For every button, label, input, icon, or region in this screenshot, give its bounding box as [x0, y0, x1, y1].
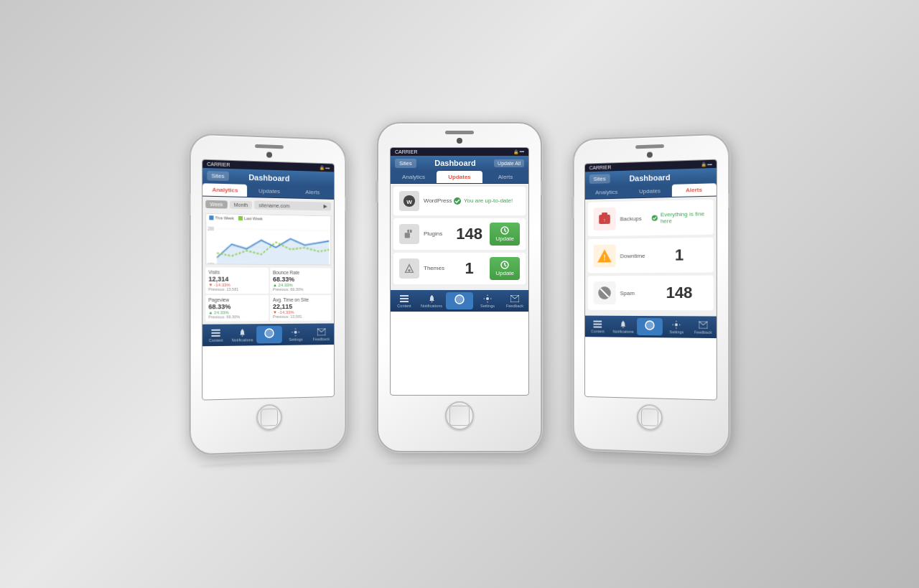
svg-point-11	[294, 330, 297, 333]
svg-line-2	[217, 228, 329, 230]
toolbar-home-center[interactable]	[446, 292, 473, 309]
tab-updates-left[interactable]: Updates	[247, 184, 291, 197]
svg-rect-18	[410, 229, 412, 233]
tab-updates-center[interactable]: Updates	[437, 171, 482, 183]
toolbar-notif-left[interactable]: Notifications	[229, 325, 256, 345]
sites-btn-right[interactable]: Sites	[589, 174, 610, 184]
downtime-count: 1	[651, 245, 708, 264]
toolbar-center: Content Notifications	[391, 290, 528, 312]
tab-alerts-right[interactable]: Alerts	[672, 183, 717, 197]
legend-dot-last	[238, 215, 243, 220]
toolbar-home-right[interactable]	[637, 317, 663, 335]
week-month-toggle: Week Month	[205, 200, 252, 209]
stat-visits-prev: Previous: 13,581	[208, 286, 266, 291]
stat-avg-time-label: Avg. Time on Site	[273, 297, 328, 302]
svg-rect-7	[212, 329, 220, 330]
toolbar-content-left[interactable]: Content	[202, 325, 229, 345]
svg-point-31	[652, 215, 658, 220]
mail-icon-left	[316, 327, 327, 337]
toolbar-content-right[interactable]: Content	[585, 317, 610, 335]
dashboard-title-right: Dashboard	[610, 172, 691, 182]
tab-alerts-left[interactable]: Alerts	[291, 185, 334, 198]
toolbar-settings-right[interactable]: Settings	[663, 317, 690, 337]
backups-status: Everything is fine here	[651, 210, 708, 225]
legend-last-label: Last Week	[244, 216, 263, 221]
tab-analytics-left[interactable]: Analytics	[202, 183, 247, 197]
mail-icon-center	[509, 294, 521, 304]
toolbar-settings-label-center: Settings	[480, 304, 495, 308]
phone-right: CARRIER 🔒 ▪▪▪ Sites Dashboard Analytics …	[573, 133, 730, 455]
stat-avg-time-prev: Previous: 13,581	[273, 314, 328, 318]
downtime-icon: !	[594, 244, 616, 267]
phone-center: CARRIER 🔒 ▪▪▪ Sites Dashboard Update All…	[377, 122, 542, 452]
side-button-center-left	[375, 181, 378, 202]
toolbar-notif-label-left: Notifications	[232, 337, 253, 342]
tab-analytics-center[interactable]: Analytics	[391, 171, 437, 183]
updates-content-center: W WordPress You are up-to-date!	[391, 184, 528, 290]
stat-visits-value: 12,314	[208, 275, 266, 282]
toolbar-home-left[interactable]	[256, 325, 282, 342]
tab-updates-right[interactable]: Updates	[628, 184, 672, 197]
sites-btn-center[interactable]: Sites	[395, 159, 416, 168]
toolbar-feedback-center[interactable]: Feedback	[501, 291, 528, 310]
home-button-left[interactable]	[256, 403, 282, 430]
toolbar-content-label-right: Content	[591, 329, 605, 333]
legend-last-week: Last Week	[238, 215, 263, 220]
svg-rect-29	[602, 212, 607, 215]
stat-bounce-prev: Previous: 69.30%	[273, 286, 328, 291]
content-icon-center	[398, 294, 410, 304]
home-button-center[interactable]	[445, 401, 474, 430]
content-icon-right	[592, 319, 603, 329]
toolbar-settings-label-right: Settings	[669, 330, 684, 334]
tab-analytics-right[interactable]: Analytics	[585, 185, 628, 198]
stat-bounce-label: Bounce Rate	[273, 269, 328, 274]
gear-icon-left	[290, 327, 302, 337]
screen-center: CARRIER 🔒 ▪▪▪ Sites Dashboard Update All…	[390, 147, 529, 396]
status-icons-center: 🔒 ▪▪▪	[513, 149, 524, 154]
toolbar-content-label-left: Content	[209, 337, 223, 342]
svg-rect-17	[407, 229, 409, 233]
carrier-center: CARRIER	[395, 149, 418, 154]
status-icons-right: 🔒 ▪▪▪	[701, 161, 712, 167]
update-all-btn-center[interactable]: Update All	[494, 159, 524, 167]
plugins-update-btn[interactable]: Update	[490, 223, 520, 246]
themes-update-btn[interactable]: Update	[490, 257, 520, 280]
sites-btn-left[interactable]: Sites	[207, 171, 228, 181]
camera-center	[457, 138, 462, 144]
stat-pageview: Pageview 68.33% ▲ 24.33% Previous: 69.30…	[205, 295, 269, 322]
alert-spam: Spam 148	[588, 275, 714, 310]
toolbar-settings-left[interactable]: Settings	[283, 325, 309, 343]
sitename-bar[interactable]: sitename.com ▶	[254, 200, 331, 210]
toolbar-notif-right[interactable]: Notifications	[610, 317, 636, 335]
speaker-right	[635, 144, 664, 148]
spam-count: 148	[651, 283, 708, 302]
stat-pageview-label: Pageview	[208, 297, 266, 302]
battery-icon-left: ▪▪▪	[325, 165, 330, 169]
stat-bounce-change: ▲ 24.33%	[273, 282, 328, 286]
month-btn[interactable]: Month	[230, 200, 253, 209]
svg-rect-37	[594, 323, 602, 325]
stat-bounce-value: 68.33%	[273, 275, 328, 282]
carrier-left: CARRIER	[207, 161, 230, 167]
toolbar-settings-center[interactable]: Settings	[474, 291, 501, 310]
analytics-content-left: Week Month sitename.com ▶	[202, 196, 334, 324]
lock-icon-center: 🔒	[513, 149, 518, 154]
stat-avg-time-value: 22,115	[273, 302, 328, 309]
toolbar-feedback-right[interactable]: Feedback	[690, 317, 717, 337]
toolbar-notif-center[interactable]: Notifications	[418, 291, 445, 310]
bell-icon-left	[237, 327, 248, 337]
update-themes: Themes 1 Update	[393, 253, 526, 284]
side-button-right-right	[728, 193, 731, 208]
week-btn[interactable]: Week	[205, 200, 227, 208]
lock-icon-right: 🔒	[701, 162, 706, 167]
home-button-inner-center	[449, 406, 470, 426]
svg-rect-16	[405, 233, 410, 238]
toolbar-content-center[interactable]: Content	[391, 291, 418, 310]
svg-point-25	[455, 295, 464, 304]
home-button-right[interactable]	[637, 403, 663, 430]
toolbar-feedback-left[interactable]: Feedback	[309, 325, 334, 343]
wordpress-status: You are up-to-date!	[453, 197, 513, 205]
battery-icon-right: ▪▪▪	[707, 162, 712, 166]
home-button-inner-right	[641, 408, 658, 426]
tab-alerts-center[interactable]: Alerts	[482, 171, 528, 183]
